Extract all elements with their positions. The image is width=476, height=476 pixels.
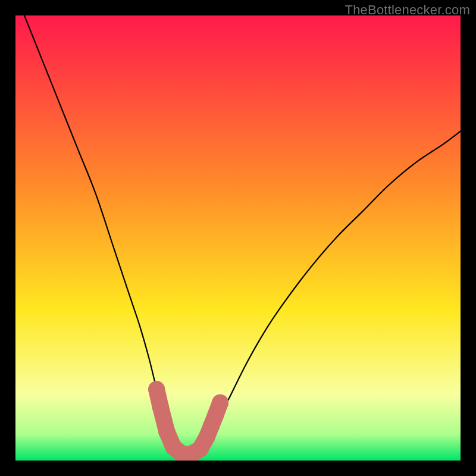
plot-area (15, 15, 461, 461)
outer-frame: TheBottlenecker.com (0, 0, 476, 476)
marker-point (152, 399, 169, 415)
chart-svg (15, 15, 461, 461)
marker-point (158, 423, 175, 440)
marker-point (148, 381, 165, 397)
marker-point (212, 394, 228, 411)
gradient-background (15, 15, 461, 461)
